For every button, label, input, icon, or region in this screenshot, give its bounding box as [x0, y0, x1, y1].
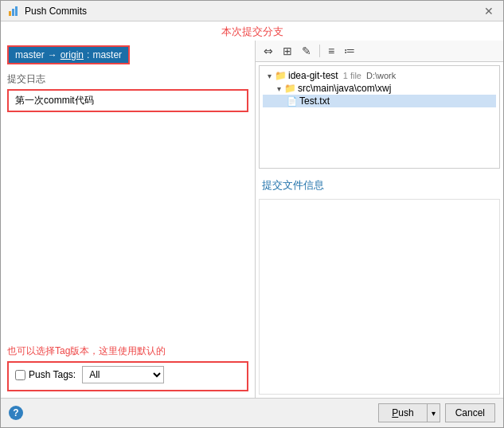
file-diff-area [259, 199, 500, 395]
branch-selector[interactable]: master → origin : master [7, 45, 130, 64]
file-name: Test.txt [299, 95, 330, 107]
folder-icon-src: 📁 [284, 83, 296, 94]
cancel-button[interactable]: Cancel [445, 403, 495, 422]
chevron-down-icon: ▾ [268, 72, 272, 80]
toolbar-separator [319, 45, 320, 57]
branch-row: master → origin : master [1, 41, 255, 69]
tree-row-src[interactable]: ▾ 📁 src\main\java\com\xwj [263, 82, 496, 95]
svg-rect-1 [12, 9, 14, 16]
branch-colon: : [87, 49, 89, 60]
chevron-down-icon-src: ▾ [277, 84, 281, 93]
bottom-actions: Push ▾ Cancel [378, 403, 495, 422]
file-info-label: 提交文件信息 [256, 172, 503, 199]
tree-row-root[interactable]: ▾ 📁 idea-git-test 1 file D:\work [263, 69, 496, 82]
svg-rect-2 [15, 6, 18, 16]
file-tree-inner: ▾ 📁 idea-git-test 1 file D:\work ▾ 📁 src… [260, 66, 499, 111]
close-button[interactable]: ✕ [481, 6, 497, 17]
folder-icon: 📁 [275, 70, 287, 81]
left-panel: master → origin : master 提交日志 第一次commit代… [1, 41, 256, 398]
tag-note: 也可以选择Tag版本，这里使用默认的 [1, 340, 255, 361]
title-bar-left: Push Commits [7, 5, 87, 18]
title-bar: Push Commits ✕ [1, 1, 503, 21]
push-tags-label: Push Tags: [29, 369, 76, 380]
push-button-group: Push ▾ [378, 403, 440, 422]
right-toolbar: ⇔ ⊞ ✎ ≡ ≔ [256, 41, 503, 62]
toolbar-btn-edit[interactable]: ✎ [299, 43, 315, 59]
toolbar-btn-tree[interactable]: ≔ [341, 43, 358, 59]
push-tags-select[interactable]: All Ask Don't push [82, 366, 164, 383]
commit-item-label: 第一次commit代码 [15, 95, 94, 106]
right-panel: ⇔ ⊞ ✎ ≡ ≔ ▾ 📁 idea-git-test 1 file D:\wo… [256, 41, 503, 398]
branch-from: master [15, 49, 45, 60]
root-folder-name: idea-git-test [288, 70, 338, 81]
push-dropdown-arrow[interactable]: ▾ [427, 403, 440, 422]
help-button[interactable]: ? [9, 406, 23, 420]
window-title: Push Commits [25, 6, 87, 17]
push-button[interactable]: Push [378, 403, 426, 422]
branch-arrow: → [48, 49, 57, 60]
tree-row-file[interactable]: 📄 Test.txt [263, 95, 496, 107]
main-content: master → origin : master 提交日志 第一次commit代… [1, 41, 503, 398]
toolbar-btn-list[interactable]: ≡ [325, 43, 338, 59]
push-commits-window: Push Commits ✕ 本次提交分支 master → origin : … [0, 0, 504, 428]
root-path: D:\work [366, 71, 396, 80]
help-icon: ? [13, 407, 18, 418]
commit-log-area: 提交日志 第一次commit代码 [1, 69, 255, 340]
commit-log-label: 提交日志 [7, 72, 248, 86]
bottom-bar: ? Push ▾ Cancel [1, 398, 503, 427]
annotation-top: 本次提交分支 [1, 21, 503, 41]
toolbar-btn-group[interactable]: ⊞ [279, 43, 295, 59]
root-file-count: 1 file [343, 71, 361, 80]
git-push-icon [7, 5, 20, 18]
push-underline: Push [392, 407, 413, 418]
branch-to: master [92, 49, 122, 60]
file-icon: 📄 [287, 96, 298, 107]
commit-item[interactable]: 第一次commit代码 [7, 89, 248, 112]
svg-rect-0 [9, 11, 11, 16]
file-tree-area: ▾ 📁 idea-git-test 1 file D:\work ▾ 📁 src… [259, 65, 500, 169]
push-tags-checkbox[interactable] [15, 370, 25, 380]
src-folder-name: src\main\java\com\xwj [298, 83, 391, 94]
push-tags-row: Push Tags: All Ask Don't push [7, 361, 248, 391]
branch-remote[interactable]: origin [61, 49, 84, 60]
push-tags-checkbox-group: Push Tags: [15, 369, 76, 380]
toolbar-btn-expand[interactable]: ⇔ [260, 43, 276, 59]
